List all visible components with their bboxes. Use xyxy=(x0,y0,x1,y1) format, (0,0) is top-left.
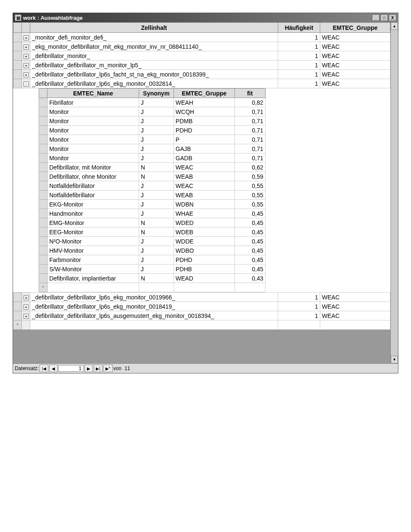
sub-cell-synonym[interactable]: J xyxy=(139,154,174,163)
nav-prev-button[interactable]: ◀ xyxy=(49,365,58,372)
sub-cell-name[interactable]: Monitor xyxy=(47,135,139,144)
sub-row-selector[interactable] xyxy=(39,154,47,163)
cell-haeufigkeit[interactable]: 1 xyxy=(278,302,320,311)
scroll-track[interactable] xyxy=(391,30,398,356)
sub-cell-gruppe[interactable]: PDHD xyxy=(174,255,234,265)
cell-emtec-gruppe[interactable]: WEAC xyxy=(320,70,390,79)
sub-cell-gruppe[interactable]: WEAC xyxy=(174,181,234,191)
sub-cell-synonym[interactable]: J xyxy=(139,237,174,246)
sub-cell-gruppe[interactable]: PDMB xyxy=(174,116,234,126)
sub-table-row[interactable]: FarbmonitorJPDHD0,45 xyxy=(39,255,265,265)
sub-cell-name[interactable]: Monitor xyxy=(47,116,139,126)
sub-row-selector-header[interactable] xyxy=(39,89,47,98)
sub-cell-name[interactable]: HMV-Monitor xyxy=(47,246,139,255)
sub-table-row[interactable]: FibrillatorJWEAH0,82 xyxy=(39,98,265,107)
expand-toggle[interactable]: + xyxy=(22,33,30,42)
sub-cell-name[interactable]: Notfalldefibrillator xyxy=(47,181,139,191)
row-selector[interactable] xyxy=(13,42,22,51)
sub-cell-name[interactable]: Defibrillator, mit Monitor xyxy=(47,163,139,172)
sub-row-selector[interactable] xyxy=(39,116,47,126)
sub-cell-name[interactable]: S/W-Monitor xyxy=(47,265,139,274)
sub-cell-fit[interactable]: 0,45 xyxy=(234,228,265,237)
sub-cell-synonym[interactable]: J xyxy=(139,116,174,126)
sub-cell-name[interactable]: Defibrillator, ohne Monitor xyxy=(47,172,139,181)
sub-table-row[interactable]: EKG-MonitorJWDBN0,55 xyxy=(39,200,265,209)
row-selector[interactable] xyxy=(13,302,22,311)
sub-row-selector[interactable] xyxy=(39,191,47,200)
cell-zellinhalt[interactable]: _defibrillator_defibrillator_lp6s_facht_… xyxy=(30,70,278,79)
sub-cell-synonym[interactable]: J xyxy=(139,135,174,144)
sub-cell-fit[interactable]: 0,45 xyxy=(234,255,265,265)
sub-cell-gruppe[interactable]: GAJB xyxy=(174,144,234,154)
sub-table-row[interactable]: Defibrillator, ohne MonitorNWEAB0,59 xyxy=(39,172,265,181)
cell-emtec-gruppe[interactable]: WEAC xyxy=(320,311,390,320)
sub-cell-gruppe[interactable]: P xyxy=(174,135,234,144)
sub-table-row[interactable]: MonitorJGADB0,71 xyxy=(39,154,265,163)
cell-haeufigkeit[interactable]: 1 xyxy=(278,79,320,88)
sub-table-row[interactable]: NotfalldefibrillatorJWEAC0,55 xyxy=(39,181,265,191)
cell-haeufigkeit[interactable]: 1 xyxy=(278,70,320,79)
sub-cell-fit[interactable]: 0,71 xyxy=(234,107,265,116)
sub-table-row[interactable]: HandmonitorJWHAE0,45 xyxy=(39,209,265,218)
data-grid[interactable]: Zellinhalt Häufigkeit EMTEC_Gruppe +_mon… xyxy=(13,22,390,363)
sub-col-header-emtec-gruppe[interactable]: EMTEC_Gruppe xyxy=(174,89,234,98)
sub-row-selector[interactable] xyxy=(39,209,47,218)
table-row[interactable]: +_defibrillator_defibrillator_lp6s_ausge… xyxy=(13,311,390,320)
table-row[interactable]: -_defibrillator_defibrillator_lp6s_ekg_m… xyxy=(13,79,390,88)
sub-cell-synonym[interactable]: J xyxy=(139,246,174,255)
sub-cell-name[interactable]: Farbmonitor xyxy=(47,255,139,265)
sub-cell-gruppe[interactable]: WHAE xyxy=(174,209,234,218)
sub-cell-gruppe[interactable]: WEAD xyxy=(174,274,234,283)
sub-cell-synonym[interactable]: N xyxy=(139,228,174,237)
sub-cell-synonym[interactable]: J xyxy=(139,181,174,191)
cell-haeufigkeit[interactable]: 1 xyxy=(278,311,320,320)
sub-cell-gruppe[interactable]: WDDE xyxy=(174,237,234,246)
table-row[interactable]: +_ekg_monitor_defibrillator_mit_ekg_moni… xyxy=(13,42,390,51)
row-selector[interactable] xyxy=(13,51,22,61)
sub-row-selector[interactable] xyxy=(39,107,47,116)
sub-row-selector[interactable] xyxy=(39,274,47,283)
nav-new-button[interactable]: ▶* xyxy=(103,365,113,372)
sub-cell-synonym[interactable]: J xyxy=(139,191,174,200)
sub-cell-fit[interactable]: 0,55 xyxy=(234,191,265,200)
sub-cell-fit[interactable]: 0,71 xyxy=(234,116,265,126)
cell-zellinhalt[interactable]: _monitor_defi_monitor_defi_ xyxy=(30,33,278,42)
row-selector[interactable] xyxy=(13,61,22,70)
cell-haeufigkeit[interactable]: 1 xyxy=(278,293,320,302)
cell-zellinhalt[interactable]: _ekg_monitor_defibrillator_mit_ekg_monit… xyxy=(30,42,278,51)
sub-table-row[interactable]: MonitorJGAJB0,71 xyxy=(39,144,265,154)
nav-last-button[interactable]: ▶| xyxy=(94,365,103,372)
sub-cell-gruppe[interactable]: WCQH xyxy=(174,107,234,116)
col-header-emtec-gruppe[interactable]: EMTEC_Gruppe xyxy=(320,23,390,33)
sub-row-selector[interactable] xyxy=(39,255,47,265)
cell-emtec-gruppe[interactable]: WEAC xyxy=(320,33,390,42)
table-row[interactable]: +_defibrillator_defibrillator_m_monitor_… xyxy=(13,61,390,70)
expand-toggle[interactable]: + xyxy=(22,293,30,302)
titlebar[interactable]: ▦ work : Auswahlabfrage _ □ X xyxy=(13,13,398,22)
sub-col-header-fit[interactable]: fit xyxy=(234,89,265,98)
cell-haeufigkeit[interactable]: 1 xyxy=(278,51,320,61)
cell-zellinhalt[interactable]: _defibrillator_defibrillator_lp6s_ekg_mo… xyxy=(30,293,278,302)
sub-table-row[interactable]: Defibrillator, implantierbarNWEAD0,43 xyxy=(39,274,265,283)
sub-cell-gruppe[interactable]: WDED xyxy=(174,218,234,228)
sub-row-selector[interactable] xyxy=(39,237,47,246)
sub-cell-name[interactable]: EMG-Monitor xyxy=(47,218,139,228)
nav-next-button[interactable]: ▶ xyxy=(84,365,93,372)
sub-cell-gruppe[interactable]: WDBO xyxy=(174,246,234,255)
minimize-button[interactable]: _ xyxy=(372,14,379,21)
row-selector[interactable] xyxy=(13,33,22,42)
record-number-input[interactable] xyxy=(58,365,84,372)
expand-toggle[interactable]: + xyxy=(22,61,30,70)
sub-cell-name[interactable]: EEG-Monitor xyxy=(47,228,139,237)
sub-row-selector[interactable] xyxy=(39,246,47,255)
sub-row-selector[interactable] xyxy=(39,135,47,144)
sub-cell-fit[interactable]: 0,55 xyxy=(234,200,265,209)
sub-cell-fit[interactable]: 0,45 xyxy=(234,218,265,228)
sub-cell-synonym[interactable]: J xyxy=(139,107,174,116)
cell-emtec-gruppe[interactable]: WEAC xyxy=(320,61,390,70)
sub-table-row[interactable]: NotfalldefibrillatorJWEAB0,55 xyxy=(39,191,265,200)
sub-cell-fit[interactable]: 0,45 xyxy=(234,246,265,255)
sub-new-row[interactable]: * xyxy=(39,283,265,292)
sub-cell-gruppe[interactable]: GADB xyxy=(174,154,234,163)
sub-new-row-marker[interactable]: * xyxy=(39,283,47,292)
